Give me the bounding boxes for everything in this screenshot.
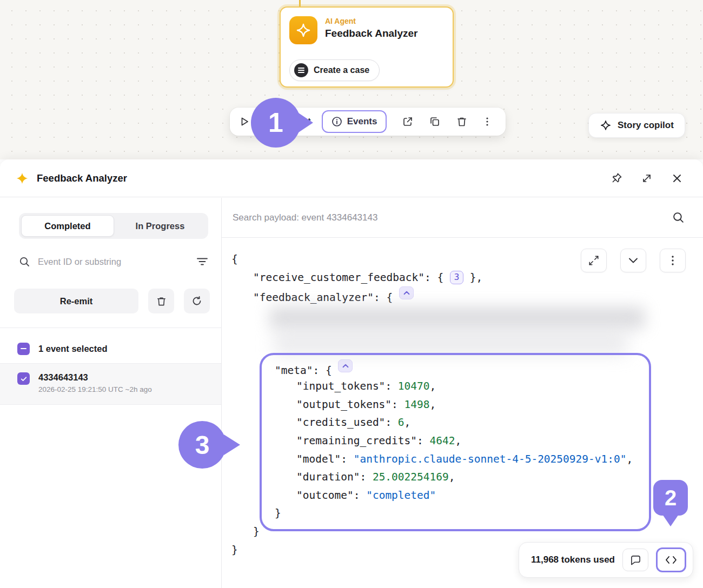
ai-agent-node-card[interactable]: AI Agent Feedback Analyzer Create a case [280, 6, 454, 88]
re-emit-button[interactable]: Re-emit [14, 289, 138, 313]
code-token: 10470 [398, 380, 430, 392]
code-token: , [430, 380, 436, 392]
delete-event-button[interactable] [148, 289, 174, 313]
code-token: , [627, 453, 633, 465]
code-token: "completed" [366, 489, 436, 502]
code-line: "input_tokens": 10470, [231, 377, 703, 396]
events-button[interactable]: Events [322, 110, 387, 133]
event-list-item[interactable]: 4334643143 2026-02-25 19:21:50 UTC ~2h a… [0, 363, 221, 405]
code-line: "credits_used": 6, [231, 413, 703, 432]
code-token: , [455, 435, 462, 447]
code-line: "feedback_analyzer": { [231, 286, 703, 305]
sidebar-divider [0, 328, 221, 328]
tokens-bar: 11,968 tokens used [519, 542, 693, 578]
ai-agent-sparkle-icon [289, 16, 317, 44]
story-copilot-button[interactable]: Story copilot [588, 113, 685, 138]
code-token: 4642 [430, 435, 455, 447]
code-token: : [354, 489, 366, 502]
code-kebab-menu-icon[interactable] [660, 249, 686, 272]
export-icon[interactable] [402, 116, 414, 128]
code-view-toggle-button[interactable] [656, 547, 686, 572]
collapsed-count-badge[interactable]: 3 [450, 271, 463, 284]
annotation-step-2: 2 [653, 480, 688, 516]
events-sidebar: Completed In Progress Re-emit [0, 198, 222, 588]
event-checkbox[interactable] [17, 372, 30, 385]
events-label: Events [347, 116, 377, 127]
annotation-number: 3 [195, 430, 210, 460]
refresh-button[interactable] [184, 289, 210, 313]
code-token: "model" [296, 453, 341, 465]
code-view-controls [581, 249, 686, 272]
code-token: "outcome" [296, 489, 354, 502]
blurred-content [269, 306, 645, 329]
pin-icon[interactable] [606, 168, 627, 189]
payload-search-input[interactable] [233, 212, 672, 223]
close-icon[interactable] [666, 168, 688, 189]
code-line: "outcome": "completed" [231, 486, 703, 505]
expand-panel-icon[interactable] [636, 168, 658, 189]
tab-completed[interactable]: Completed [21, 215, 114, 237]
code-line: } [231, 523, 703, 541]
tokens-used-label: 11,968 tokens used [531, 554, 615, 565]
events-panel: Feedback Analyzer Completed In Progress [0, 159, 703, 588]
blurred-content [274, 331, 628, 355]
code-token: , [430, 398, 436, 411]
code-token: "duration" [296, 471, 360, 483]
code-token: : [360, 471, 372, 483]
selection-summary-row: 1 event selected [17, 336, 108, 361]
kebab-menu-icon[interactable] [482, 116, 493, 128]
trash-icon[interactable] [456, 116, 468, 128]
code-token: "receive_customer_feedback" [253, 271, 425, 284]
code-line: "remaining_credits": 4642, [231, 432, 703, 450]
annotation-number: 2 [665, 486, 677, 510]
code-token: "output_tokens" [296, 398, 392, 411]
code-token: , [404, 416, 411, 429]
code-token: , [449, 471, 455, 483]
collapse-chevron-icon[interactable] [338, 359, 353, 372]
tab-in-progress[interactable]: In Progress [114, 215, 206, 237]
code-token: } [231, 544, 238, 556]
story-copilot-label: Story copilot [618, 120, 674, 131]
code-token: { [231, 253, 238, 265]
filter-icon[interactable] [196, 257, 208, 266]
code-token: : [385, 416, 397, 429]
code-token: }, [463, 271, 482, 284]
code-line: "duration": 25.002254169, [231, 468, 703, 486]
annotation-number: 1 [268, 107, 283, 138]
code-token: } [253, 525, 260, 538]
collapse-chevron-icon[interactable] [399, 286, 414, 299]
code-token: } [275, 507, 281, 519]
code-line: "model": "anthropic.claude-sonnet-4-5-20… [231, 450, 703, 469]
status-tabs: Completed In Progress [19, 213, 208, 239]
code-token: : [417, 435, 429, 447]
payload-search-icon[interactable] [672, 211, 685, 224]
code-token: "feedback_analyzer" [253, 291, 374, 304]
code-token: "input_tokens" [296, 380, 385, 392]
json-payload: {"receive_customer_feedback": { 3 },"fee… [222, 238, 703, 588]
create-case-label: Create a case [314, 65, 369, 75]
event-id: 4334643143 [38, 372, 152, 383]
event-search-row [19, 250, 208, 273]
chevron-down-icon[interactable] [620, 249, 646, 272]
panel-sparkle-icon [15, 171, 29, 185]
case-icon [294, 63, 308, 77]
app: AI Agent Feedback Analyzer Create a case… [0, 0, 703, 588]
selection-count-label: 1 event selected [38, 344, 108, 354]
create-case-chip[interactable]: Create a case [289, 59, 380, 81]
panel-title: Feedback Analyzer [37, 172, 127, 184]
fullscreen-icon[interactable] [581, 249, 607, 272]
payload-search-bar [222, 198, 703, 238]
play-button[interactable] [238, 116, 250, 128]
code-token: 6 [398, 416, 404, 429]
comment-icon[interactable] [622, 549, 648, 571]
copy-icon[interactable] [429, 116, 441, 128]
code-token: "credits_used" [296, 416, 385, 429]
event-search-input[interactable] [38, 257, 189, 267]
workflow-canvas: AI Agent Feedback Analyzer Create a case… [0, 0, 703, 159]
code-token: 1498 [404, 398, 430, 411]
sparkle-icon [600, 119, 612, 131]
code-token: : [392, 398, 404, 411]
code-token: 25.002254169 [373, 471, 449, 483]
code-line: "meta": { [231, 359, 703, 378]
select-all-checkbox[interactable] [17, 343, 30, 355]
